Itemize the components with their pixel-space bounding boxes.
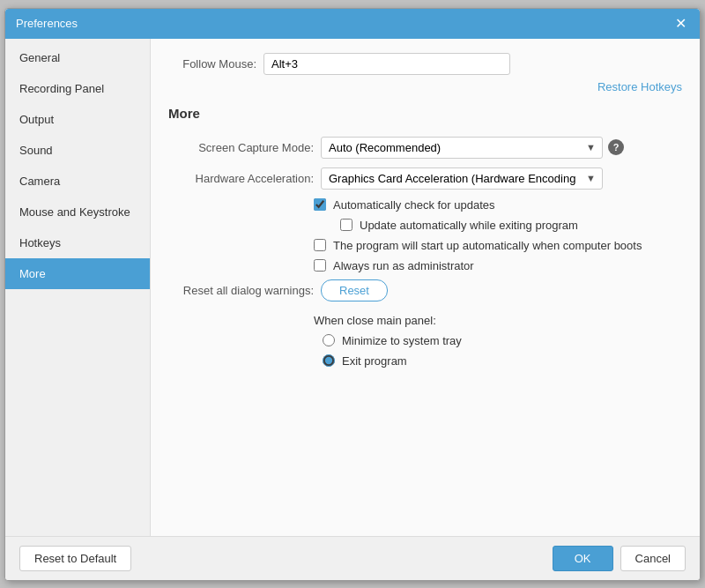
sidebar-item-mouse-keystroke[interactable]: Mouse and Keystroke	[5, 197, 150, 227]
screen-capture-help-icon[interactable]: ?	[608, 139, 624, 155]
sidebar: General Recording Panel Output Sound Cam…	[5, 39, 151, 536]
reset-dialog-row: Reset all dialog warnings: Reset	[168, 279, 682, 301]
auto-check-updates-label[interactable]: Automatically check for updates	[333, 198, 495, 212]
screen-capture-label: Screen Capture Mode:	[168, 141, 314, 154]
reset-dialog-label: Reset all dialog warnings:	[168, 284, 314, 297]
always-admin-checkbox[interactable]	[314, 259, 326, 272]
screen-capture-select-wrapper: Auto (Recommended) ▼	[321, 137, 603, 159]
sidebar-item-hotkeys[interactable]: Hotkeys	[5, 227, 150, 258]
sidebar-item-recording-panel[interactable]: Recording Panel	[5, 73, 150, 104]
follow-mouse-row: Follow Mouse:	[168, 53, 682, 75]
auto-update-checkbox[interactable]	[340, 219, 352, 231]
dialog-body: General Recording Panel Output Sound Cam…	[5, 39, 700, 536]
startup-checkbox[interactable]	[314, 239, 326, 251]
follow-mouse-input[interactable]	[263, 53, 510, 75]
reset-to-default-button[interactable]: Reset to Default	[19, 546, 131, 571]
exit-program-row: Exit program	[168, 354, 682, 368]
more-section-title: More	[168, 106, 682, 124]
minimize-to-tray-row: Minimize to system tray	[168, 334, 682, 347]
always-admin-label[interactable]: Always run as administrator	[333, 259, 474, 272]
startup-label[interactable]: The program will start up automatically …	[333, 239, 642, 252]
reset-dialog-button[interactable]: Reset	[321, 279, 388, 301]
dialog-title: Preferences	[16, 17, 78, 30]
exit-program-label[interactable]: Exit program	[342, 354, 407, 368]
follow-mouse-label: Follow Mouse:	[168, 57, 256, 71]
auto-check-updates-row: Automatically check for updates	[168, 198, 682, 212]
restore-hotkeys-link[interactable]: Restore Hotkeys	[168, 80, 682, 93]
hardware-accel-label: Hardware Acceleration:	[168, 172, 314, 185]
close-button[interactable]: ✕	[672, 15, 689, 33]
ok-button[interactable]: OK	[553, 546, 613, 571]
hardware-accel-select[interactable]: Graphics Card Acceleration (Hardware Enc…	[321, 167, 603, 190]
content-area: Follow Mouse: Restore Hotkeys More Scree…	[151, 39, 700, 536]
when-close-section: When close main panel: Minimize to syste…	[168, 314, 682, 368]
screen-capture-row: Screen Capture Mode: Auto (Recommended) …	[168, 137, 682, 159]
always-admin-row: Always run as administrator	[168, 259, 682, 272]
auto-update-label[interactable]: Update automatically while exiting progr…	[360, 219, 578, 232]
startup-row: The program will start up automatically …	[168, 239, 682, 252]
cancel-button[interactable]: Cancel	[620, 546, 686, 571]
minimize-to-tray-label[interactable]: Minimize to system tray	[342, 334, 462, 347]
hardware-accel-row: Hardware Acceleration: Graphics Card Acc…	[168, 167, 682, 190]
screen-capture-select[interactable]: Auto (Recommended)	[321, 137, 603, 159]
sidebar-item-more[interactable]: More	[5, 258, 150, 289]
exit-program-radio[interactable]	[323, 354, 335, 367]
sidebar-item-output[interactable]: Output	[5, 104, 150, 135]
hardware-accel-select-wrapper: Graphics Card Acceleration (Hardware Enc…	[321, 167, 603, 190]
sidebar-item-sound[interactable]: Sound	[5, 135, 150, 166]
footer-right: OK Cancel	[553, 546, 686, 571]
sidebar-item-general[interactable]: General	[5, 42, 150, 73]
preferences-dialog: Preferences ✕ General Recording Panel Ou…	[4, 8, 701, 581]
dialog-footer: Reset to Default OK Cancel	[5, 536, 700, 580]
footer-left: Reset to Default	[19, 546, 131, 571]
sidebar-item-camera[interactable]: Camera	[5, 166, 150, 197]
title-bar: Preferences ✕	[5, 9, 700, 39]
auto-check-updates-checkbox[interactable]	[314, 198, 326, 211]
when-close-label: When close main panel:	[168, 314, 682, 327]
minimize-to-tray-radio[interactable]	[323, 334, 335, 346]
auto-update-row: Update automatically while exiting progr…	[168, 219, 682, 232]
